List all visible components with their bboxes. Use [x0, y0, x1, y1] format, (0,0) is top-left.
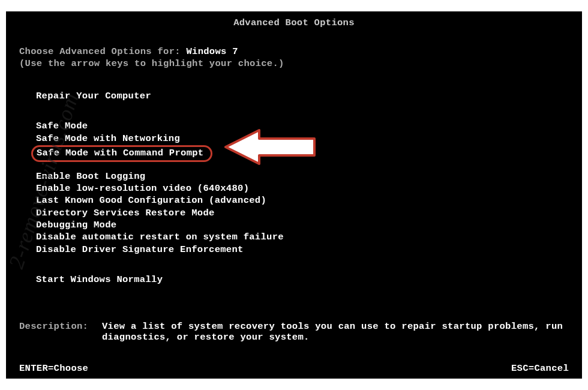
esc-hint: ESC=Cancel: [511, 363, 569, 374]
boot-screen: Advanced Boot Options Choose Advanced Op…: [6, 11, 582, 379]
enter-hint: ENTER=Choose: [19, 363, 88, 374]
description-row: Description: View a list of system recov…: [19, 321, 569, 343]
description-label: Description:: [19, 321, 102, 343]
option-directory-services-restore[interactable]: Directory Services Restore Mode: [36, 208, 569, 219]
choose-prefix: Choose Advanced Options for:: [19, 46, 186, 57]
pointer-arrow-icon: [221, 128, 323, 166]
footer-bar: ENTER=Choose ESC=Cancel: [19, 363, 569, 374]
arrow-key-hint: (Use the arrow keys to highlight your ch…: [19, 58, 569, 69]
highlighted-option: Safe Mode with Command Prompt: [31, 145, 212, 161]
option-low-res-video[interactable]: Enable low-resolution video (640x480): [36, 183, 569, 194]
choose-line: Choose Advanced Options for: Windows 7: [19, 46, 569, 57]
option-boot-logging[interactable]: Enable Boot Logging: [36, 171, 569, 182]
option-debugging-mode[interactable]: Debugging Mode: [36, 220, 569, 231]
screen-title: Advanced Boot Options: [6, 11, 582, 28]
option-repair-computer[interactable]: Repair Your Computer: [36, 91, 569, 102]
option-last-known-good[interactable]: Last Known Good Configuration (advanced): [36, 195, 569, 206]
description-text: View a list of system recovery tools you…: [102, 321, 569, 343]
option-disable-driver-sig[interactable]: Disable Driver Signature Enforcement: [36, 244, 569, 256]
option-disable-auto-restart[interactable]: Disable automatic restart on system fail…: [36, 232, 569, 243]
os-name: Windows 7: [186, 46, 238, 57]
option-start-normally[interactable]: Start Windows Normally: [36, 274, 569, 286]
